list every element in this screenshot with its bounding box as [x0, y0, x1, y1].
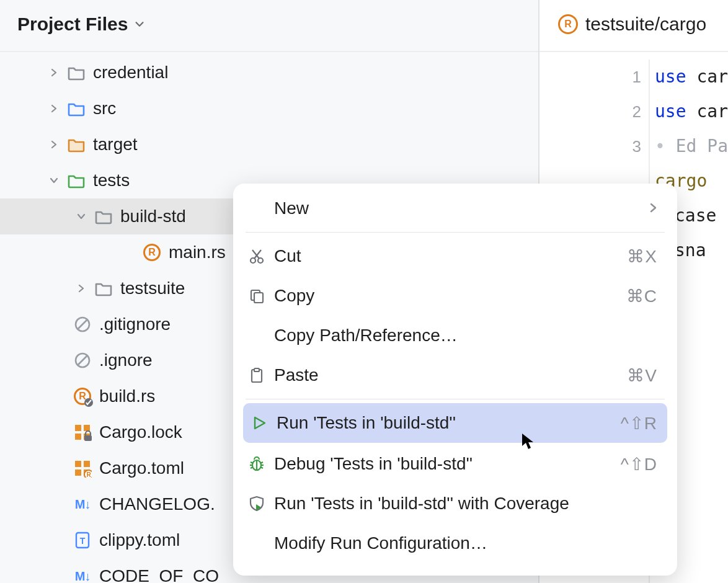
context-menu-label: Copy Path/Reference… — [274, 326, 657, 345]
run-icon — [251, 414, 268, 432]
chevron-right-icon[interactable] — [48, 140, 60, 149]
svg-line-3 — [78, 355, 87, 365]
svg-rect-8 — [84, 435, 92, 441]
code-line[interactable]: use car — [655, 60, 728, 94]
editor-tab[interactable]: testsuite/cargo — [539, 0, 728, 52]
svg-text:T: T — [80, 536, 86, 546]
project-panel-title: Project Files — [17, 14, 128, 35]
tree-item-label: build.rs — [99, 386, 155, 406]
blank-icon — [248, 327, 265, 344]
editor-tab-label: testsuite/cargo — [585, 14, 706, 35]
context-menu-label: Cut — [274, 246, 618, 266]
context-menu-label: Run 'Tests in 'build-std'' with Coverage — [274, 494, 657, 514]
cargo-lock-icon — [72, 422, 93, 443]
context-menu-item[interactable]: Copy Path/Reference… — [233, 316, 677, 355]
tree-item-label: Cargo.toml — [99, 458, 184, 478]
context-menu-item[interactable]: Copy⌘C — [233, 276, 677, 316]
tree-item-label: testsuite — [120, 278, 185, 298]
folder-grey-icon — [93, 278, 114, 299]
coverage-icon — [248, 495, 265, 512]
tree-item-label: clippy.toml — [99, 530, 180, 550]
tree-item-label: .ignore — [99, 350, 153, 370]
cut-icon — [248, 247, 265, 265]
folder-green-icon — [66, 170, 87, 191]
context-menu-label: Copy — [274, 286, 618, 306]
context-menu-label: Paste — [274, 365, 618, 385]
context-menu-item[interactable]: Run 'Tests in 'build-std'' with Coverage — [233, 484, 677, 523]
chevron-right-icon[interactable] — [76, 283, 87, 293]
context-menu-label: New — [274, 198, 640, 218]
context-menu-shortcut: ^⇧R — [621, 413, 657, 434]
context-menu-shortcut: ⌘X — [627, 246, 657, 267]
context-menu-item[interactable]: Cut⌘X — [233, 236, 677, 276]
folder-grey-icon — [66, 62, 87, 83]
tree-item-label: target — [93, 135, 138, 154]
context-menu: NewCut⌘XCopy⌘CCopy Path/Reference…Paste⌘… — [233, 184, 677, 576]
svg-text:R: R — [86, 471, 91, 478]
gutter-line-number: 3 — [539, 129, 641, 164]
tree-item-target[interactable]: target — [0, 127, 538, 162]
svg-rect-11 — [75, 470, 81, 476]
tree-item-credential[interactable]: credential — [0, 55, 538, 91]
tree-item-src[interactable]: src — [0, 91, 538, 127]
tree-item-label: credential — [93, 63, 168, 82]
context-menu-label: Debug 'Tests in 'build-std'' — [274, 454, 612, 474]
gutter-line-number: 1 — [539, 60, 641, 94]
author-hint: • Ed Pag — [655, 129, 728, 164]
markdown-icon: M↓ — [72, 494, 93, 515]
gutter-line-number: 2 — [539, 94, 641, 129]
context-menu-item[interactable]: Debug 'Tests in 'build-std''^⇧D — [233, 444, 677, 484]
tree-item-label: CODE_OF_CO — [99, 566, 219, 583]
rust-cfg-icon — [72, 386, 93, 407]
context-menu-label: Run 'Tests in 'build-std'' — [277, 413, 612, 433]
svg-rect-6 — [75, 434, 81, 440]
tree-item-label: build-std — [120, 207, 186, 226]
context-menu-item[interactable]: Paste⌘V — [233, 355, 677, 395]
context-menu-separator — [246, 232, 665, 233]
rust-icon — [141, 242, 162, 263]
svg-rect-9 — [75, 461, 81, 467]
tree-item-label: CHANGELOG. — [99, 494, 215, 514]
code-text: car — [686, 66, 728, 87]
context-menu-label: Modify Run Configuration… — [274, 533, 657, 553]
rust-file-icon — [558, 14, 578, 34]
markdown-icon: M↓ — [72, 566, 93, 583]
context-menu-separator — [246, 399, 665, 399]
chevron-down-icon — [134, 18, 145, 30]
chevron-right-icon — [649, 198, 657, 218]
code-line[interactable]: use car — [655, 94, 728, 129]
svg-rect-22 — [254, 293, 263, 303]
chevron-down-icon[interactable] — [76, 211, 87, 221]
tree-item-label: src — [93, 99, 116, 118]
code-keyword: use — [655, 66, 686, 87]
chevron-down-icon[interactable] — [48, 176, 60, 185]
debug-icon — [248, 455, 265, 473]
disabled-icon — [72, 314, 93, 335]
code-keyword: use — [655, 101, 686, 122]
paste-icon — [248, 367, 265, 384]
folder-blue-icon — [66, 98, 87, 119]
mouse-cursor-icon — [521, 432, 535, 451]
context-menu-item[interactable]: Run 'Tests in 'build-std''^⇧R — [243, 403, 667, 443]
tree-item-label: .gitignore — [99, 314, 171, 334]
blank-icon — [248, 200, 265, 217]
folder-grey-icon — [93, 206, 114, 227]
tree-item-label: tests — [93, 171, 130, 190]
cargo-toml-icon: R — [72, 458, 93, 479]
svg-line-1 — [78, 319, 87, 329]
svg-rect-10 — [84, 461, 90, 467]
folder-orange-icon — [66, 134, 87, 155]
copy-icon — [248, 287, 265, 305]
svg-rect-5 — [84, 425, 90, 431]
context-menu-shortcut: ⌘C — [626, 286, 657, 306]
blank-icon — [248, 535, 265, 552]
project-panel-header[interactable]: Project Files — [0, 0, 538, 52]
code-text: car — [686, 101, 728, 122]
chevron-right-icon[interactable] — [48, 68, 60, 78]
tree-item-label: Cargo.lock — [99, 422, 182, 442]
chevron-right-icon[interactable] — [48, 104, 60, 113]
disabled-icon — [72, 350, 93, 371]
context-menu-item[interactable]: Modify Run Configuration… — [233, 523, 677, 563]
context-menu-item[interactable]: New — [233, 189, 677, 228]
svg-rect-4 — [75, 425, 81, 431]
